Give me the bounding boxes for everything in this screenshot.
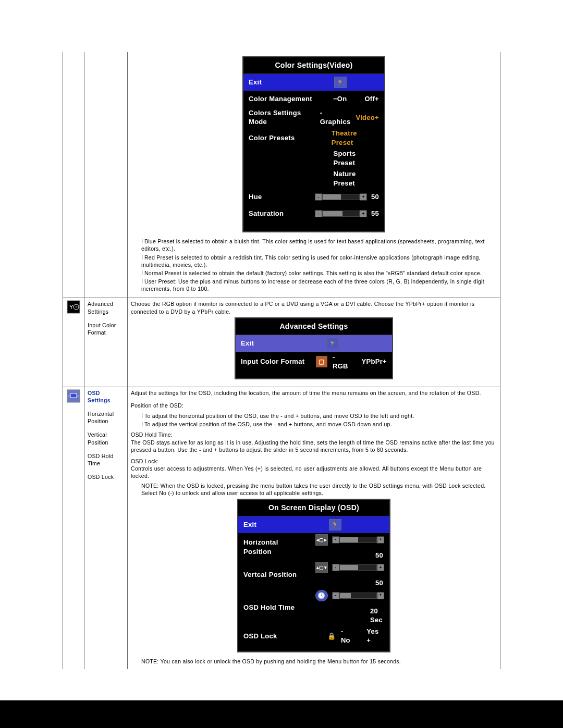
color-preset-bullets: Blue Preset is selected to obtain a blui… (131, 238, 497, 292)
clock-icon: 🕓 (315, 590, 328, 601)
osd-hold-row[interactable]: OSD Hold Time 🕓 -+ 20 Sec (238, 589, 389, 626)
color-management-label: Color Management (249, 94, 326, 104)
color-management-row[interactable]: Color Management −On Off+ (243, 91, 384, 107)
lock-yes: Yes + (366, 627, 384, 645)
sub-horizontal: Horizontal Position (88, 410, 124, 425)
saturation-slider[interactable]: -+ 55 (315, 209, 379, 218)
saturation-value: 55 (371, 209, 379, 218)
ypbpr-option: YPbPr+ (362, 357, 387, 366)
presets-label: Color Presets (249, 133, 324, 143)
advanced-label: Advanced Settings (88, 300, 124, 315)
osd-panel: On Screen Display (OSD) Exit 🏃 Horizonta… (237, 499, 390, 652)
panel-title: Color Settings(Video) (243, 57, 384, 74)
input-color-format-label: Input Color Format (88, 322, 124, 336)
presets-row[interactable]: Color Presets Theatre Preset (243, 128, 384, 148)
osd-hold-value: 20 Sec (357, 607, 384, 625)
bullet-h: To adjust the horizontal position of the… (141, 412, 497, 419)
osd-h-value: 50 (362, 551, 383, 560)
lock-icon: 🔒 (327, 632, 336, 641)
hold-heading: OSD Hold Time: (131, 431, 497, 438)
bullet-normal: Normal Preset is selected to obtain the … (141, 269, 497, 277)
lock-no: - No (341, 627, 354, 645)
osd-settings-heading: OSD Settings (88, 389, 124, 404)
advanced-exit-label: Exit (241, 339, 319, 348)
svg-text:‹: ‹ (68, 393, 70, 399)
hue-slider[interactable]: -+ 50 (315, 192, 379, 202)
osd-pos-heading: Position of the OSD: (131, 402, 497, 409)
hold-text: The OSD stays active for as long as it i… (131, 439, 497, 453)
svg-text:›: › (77, 393, 79, 399)
advanced-exit-row[interactable]: Exit 🏃 (236, 335, 392, 352)
osd-h-label: Horizontal Position (243, 538, 308, 556)
bullet-red: Red Preset is selected to obtain a reddi… (141, 254, 497, 268)
osd-footer-note: NOTE: You can also lock or unlock the OS… (131, 658, 497, 665)
video-option: Video+ (356, 113, 379, 122)
svg-rect-5 (70, 393, 77, 398)
rgb-option: -RGB (333, 353, 349, 371)
theatre-preset: Theatre Preset (332, 129, 379, 147)
osd-hold-label: OSD Hold Time (243, 603, 308, 612)
svg-point-3 (76, 306, 77, 307)
h-pos-icon: ◂▢▸ (315, 534, 328, 546)
osd-v-slider[interactable]: -+ (332, 564, 384, 571)
exit-label: Exit (249, 78, 327, 87)
lock-heading: OSD Lock: (131, 458, 497, 465)
osd-lock-row[interactable]: OSD Lock 🔒 - No Yes + (238, 626, 389, 651)
sub-hold: OSD Hold Time (88, 452, 124, 467)
svg-text:Y: Y (69, 304, 74, 310)
monitor-icon: ▢ (316, 356, 327, 367)
mode-label: Colors Settings Mode (249, 108, 313, 127)
bullet-user: User Preset: Use the plus and minus butt… (141, 278, 497, 292)
icf-label: Input Color Format (241, 357, 309, 366)
osd-lock-label: OSD Lock (243, 632, 320, 641)
graphics-option: -Graphics (320, 108, 351, 127)
osd-v-row[interactable]: Vertcal Position ▴▢▾ -+ 50 (238, 561, 389, 589)
run-icon: 🏃 (326, 338, 339, 349)
saturation-label: Saturation (249, 209, 308, 218)
osd-h-slider[interactable]: -+ (332, 536, 384, 544)
bullet-v: To adjust the vertical position of the O… (141, 421, 497, 428)
advanced-intro: Choose the RGB option if monitor is conn… (131, 300, 497, 315)
v-pos-icon: ▴▢▾ (315, 562, 328, 573)
lock-note: NOTE: When the OSD is locked, pressing t… (131, 482, 497, 497)
sub-lock: OSD Lock (88, 473, 124, 480)
osd-panel-title: On Screen Display (OSD) (238, 500, 389, 516)
nature-preset: Nature Preset (333, 169, 379, 188)
osd-exit-row[interactable]: Exit 🏃 (238, 516, 389, 533)
color-mode-row[interactable]: Colors Settings Mode -Graphics Video+ (243, 107, 384, 128)
sports-preset: Sports Preset (333, 149, 379, 167)
osd-pos-bullets: To adjust the horizontal position of the… (131, 412, 497, 428)
input-color-format-row[interactable]: Input Color Format ▢ -RGB YPbPr+ (236, 352, 392, 378)
osd-hold-slider[interactable]: -+ (332, 592, 384, 599)
hue-row[interactable]: Hue -+ 50 (243, 189, 384, 205)
hue-label: Hue (249, 192, 308, 202)
advanced-panel-title: Advanced Settings (236, 318, 392, 335)
off-option: Off+ (364, 94, 379, 104)
osd-h-row[interactable]: Horizontal Position ◂▢▸ -+ 50 (238, 533, 389, 561)
on-option: −On (333, 94, 347, 104)
bullet-blue: Blue Preset is selected to obtain a blui… (141, 238, 497, 252)
saturation-row[interactable]: Saturation -+ 55 (243, 205, 384, 231)
nature-preset-row[interactable]: Nature Preset (243, 168, 384, 189)
exit-row[interactable]: Exit 🏃 (243, 74, 384, 91)
osd-v-label: Vertcal Position (243, 570, 308, 579)
run-icon: 🏃 (329, 519, 341, 530)
sports-preset-row[interactable]: Sports Preset (243, 148, 384, 168)
osd-icon: ‹› (67, 389, 80, 403)
osd-v-value: 50 (362, 578, 383, 588)
hue-value: 50 (371, 192, 379, 202)
advanced-icon: Y (67, 300, 80, 314)
sub-vertical: Vertical Position (88, 431, 124, 446)
osd-exit-label: Exit (243, 520, 322, 529)
lock-text: Controls user access to adjustments. Whe… (131, 465, 497, 479)
color-settings-panel: Color Settings(Video) Exit 🏃 Color Manag… (242, 56, 385, 232)
run-icon: 🏃 (334, 77, 347, 88)
osd-intro: Adjust the settings for the OSD, includi… (131, 389, 497, 397)
advanced-panel: Advanced Settings Exit 🏃 Input Color For… (235, 317, 393, 379)
